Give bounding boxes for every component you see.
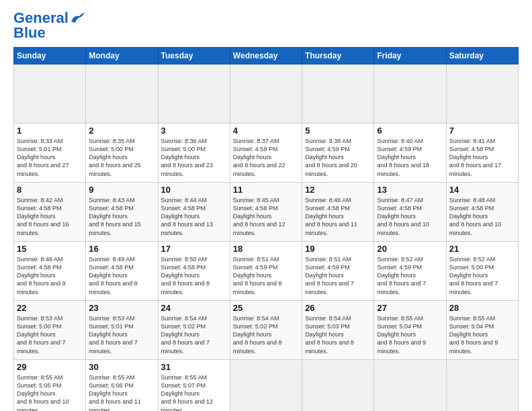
cell-info: Sunrise: 8:55 AMSunset: 5:05 PMDaylight …	[17, 374, 69, 411]
calendar-cell: 3 Sunrise: 8:36 AMSunset: 5:00 PMDayligh…	[158, 124, 230, 183]
calendar-cell: 31 Sunrise: 8:55 AMSunset: 5:07 PMDaylig…	[158, 360, 230, 412]
day-number: 26	[305, 303, 371, 313]
cell-info: Sunrise: 8:52 AMSunset: 4:59 PMDaylight …	[377, 256, 426, 295]
day-number: 7	[449, 126, 515, 136]
calendar-cell	[158, 64, 230, 124]
cell-info: Sunrise: 8:53 AMSunset: 5:01 PMDaylight …	[89, 315, 138, 355]
cell-info: Sunrise: 8:46 AMSunset: 4:58 PMDaylight …	[305, 197, 357, 236]
calendar-cell	[230, 64, 302, 124]
cell-info: Sunrise: 8:43 AMSunset: 4:58 PMDaylight …	[89, 197, 141, 236]
calendar-cell: 7 Sunrise: 8:41 AMSunset: 4:58 PMDayligh…	[446, 124, 518, 183]
day-number: 8	[17, 185, 83, 195]
calendar-cell: 17 Sunrise: 8:50 AMSunset: 4:58 PMDaylig…	[158, 242, 230, 301]
calendar-header-row: SundayMondayTuesdayWednesdayThursdayFrid…	[14, 48, 519, 64]
calendar-cell: 26 Sunrise: 8:54 AMSunset: 5:03 PMDaylig…	[302, 301, 374, 360]
cell-info: Sunrise: 8:53 AMSunset: 5:00 PMDaylight …	[17, 315, 66, 355]
calendar-cell	[446, 360, 518, 412]
cell-info: Sunrise: 8:51 AMSunset: 4:59 PMDaylight …	[233, 256, 282, 295]
calendar-cell	[374, 360, 446, 412]
day-number: 29	[17, 362, 83, 372]
cell-info: Sunrise: 8:55 AMSunset: 5:07 PMDaylight …	[161, 374, 214, 411]
calendar-cell	[14, 64, 86, 124]
cell-info: Sunrise: 8:55 AMSunset: 5:06 PMDaylight …	[89, 374, 141, 411]
cell-info: Sunrise: 8:48 AMSunset: 4:58 PMDaylight …	[449, 197, 502, 236]
col-header-saturday: Saturday	[446, 48, 518, 64]
cell-info: Sunrise: 8:38 AMSunset: 4:59 PMDaylight …	[305, 138, 357, 177]
calendar-cell: 5 Sunrise: 8:38 AMSunset: 4:59 PMDayligh…	[302, 124, 374, 183]
day-number: 24	[161, 303, 227, 313]
day-number: 5	[305, 126, 371, 136]
calendar-cell: 27 Sunrise: 8:55 AMSunset: 5:04 PMDaylig…	[374, 301, 446, 360]
day-number: 23	[89, 303, 154, 313]
calendar-cell: 29 Sunrise: 8:55 AMSunset: 5:05 PMDaylig…	[14, 360, 86, 412]
day-number: 14	[449, 185, 515, 195]
day-number: 4	[233, 126, 299, 136]
logo-text: General	[13, 11, 69, 26]
day-number: 25	[233, 303, 299, 313]
col-header-friday: Friday	[374, 48, 446, 64]
cell-info: Sunrise: 8:44 AMSunset: 4:58 PMDaylight …	[161, 197, 214, 236]
calendar-cell: 16 Sunrise: 8:49 AMSunset: 4:58 PMDaylig…	[86, 242, 158, 301]
calendar-cell: 10 Sunrise: 8:44 AMSunset: 4:58 PMDaylig…	[158, 183, 230, 242]
col-header-thursday: Thursday	[302, 48, 374, 64]
day-number: 3	[161, 126, 227, 136]
calendar-cell: 13 Sunrise: 8:47 AMSunset: 4:58 PMDaylig…	[374, 183, 446, 242]
cell-info: Sunrise: 8:37 AMSunset: 4:59 PMDaylight …	[233, 138, 285, 177]
day-number: 13	[377, 185, 443, 195]
day-number: 18	[233, 244, 299, 254]
calendar-cell: 1 Sunrise: 8:33 AMSunset: 5:01 PMDayligh…	[14, 124, 86, 183]
day-number: 31	[161, 362, 227, 372]
cell-info: Sunrise: 8:54 AMSunset: 5:02 PMDaylight …	[161, 315, 210, 355]
cell-info: Sunrise: 8:52 AMSunset: 5:00 PMDaylight …	[449, 256, 498, 295]
day-number: 11	[233, 185, 299, 195]
calendar-cell: 18 Sunrise: 8:51 AMSunset: 4:59 PMDaylig…	[230, 242, 302, 301]
calendar-cell: 20 Sunrise: 8:52 AMSunset: 4:59 PMDaylig…	[374, 242, 446, 301]
calendar-cell: 2 Sunrise: 8:35 AMSunset: 5:00 PMDayligh…	[86, 124, 158, 183]
calendar-cell: 28 Sunrise: 8:55 AMSunset: 5:04 PMDaylig…	[446, 301, 518, 360]
col-header-sunday: Sunday	[14, 48, 86, 64]
calendar-week-1: 1 Sunrise: 8:33 AMSunset: 5:01 PMDayligh…	[14, 124, 519, 183]
day-number: 21	[449, 244, 515, 254]
calendar-cell: 12 Sunrise: 8:46 AMSunset: 4:58 PMDaylig…	[302, 183, 374, 242]
day-number: 1	[17, 126, 83, 136]
header: General Blue	[13, 11, 519, 40]
cell-info: Sunrise: 8:36 AMSunset: 5:00 PMDaylight …	[161, 138, 214, 177]
calendar-cell	[446, 64, 518, 124]
col-header-tuesday: Tuesday	[158, 48, 230, 64]
calendar-week-0	[14, 64, 519, 124]
calendar-cell: 30 Sunrise: 8:55 AMSunset: 5:06 PMDaylig…	[86, 360, 158, 412]
cell-info: Sunrise: 8:41 AMSunset: 4:58 PMDaylight …	[449, 138, 502, 177]
cell-info: Sunrise: 8:48 AMSunset: 4:58 PMDaylight …	[17, 256, 66, 295]
cell-info: Sunrise: 8:35 AMSunset: 5:00 PMDaylight …	[89, 138, 141, 177]
cell-info: Sunrise: 8:42 AMSunset: 4:58 PMDaylight …	[17, 197, 69, 236]
col-header-monday: Monday	[86, 48, 158, 64]
day-number: 15	[17, 244, 83, 254]
calendar-cell: 11 Sunrise: 8:45 AMSunset: 4:58 PMDaylig…	[230, 183, 302, 242]
calendar-cell: 24 Sunrise: 8:54 AMSunset: 5:02 PMDaylig…	[158, 301, 230, 360]
cell-info: Sunrise: 8:49 AMSunset: 4:58 PMDaylight …	[89, 256, 138, 295]
calendar-cell: 14 Sunrise: 8:48 AMSunset: 4:58 PMDaylig…	[446, 183, 518, 242]
cell-info: Sunrise: 8:45 AMSunset: 4:58 PMDaylight …	[233, 197, 285, 236]
cell-info: Sunrise: 8:55 AMSunset: 5:04 PMDaylight …	[449, 315, 498, 355]
calendar-cell: 15 Sunrise: 8:48 AMSunset: 4:58 PMDaylig…	[14, 242, 86, 301]
calendar-cell: 8 Sunrise: 8:42 AMSunset: 4:58 PMDayligh…	[14, 183, 86, 242]
cell-info: Sunrise: 8:33 AMSunset: 5:01 PMDaylight …	[17, 138, 69, 177]
day-number: 22	[17, 303, 83, 313]
day-number: 12	[305, 185, 371, 195]
day-number: 28	[449, 303, 515, 313]
cell-info: Sunrise: 8:54 AMSunset: 5:02 PMDaylight …	[233, 315, 282, 355]
day-number: 16	[89, 244, 154, 254]
calendar-cell	[230, 360, 302, 412]
calendar: SundayMondayTuesdayWednesdayThursdayFrid…	[13, 47, 519, 411]
day-number: 20	[377, 244, 443, 254]
col-header-wednesday: Wednesday	[230, 48, 302, 64]
page: General Blue SundayMondayTuesdayWednesda…	[0, 0, 532, 411]
day-number: 30	[89, 362, 154, 372]
cell-info: Sunrise: 8:51 AMSunset: 4:59 PMDaylight …	[305, 256, 354, 295]
day-number: 17	[161, 244, 227, 254]
cell-info: Sunrise: 8:50 AMSunset: 4:58 PMDaylight …	[161, 256, 210, 295]
day-number: 19	[305, 244, 371, 254]
day-number: 2	[89, 126, 154, 136]
logo: General Blue	[13, 11, 85, 40]
cell-info: Sunrise: 8:55 AMSunset: 5:04 PMDaylight …	[377, 315, 426, 355]
